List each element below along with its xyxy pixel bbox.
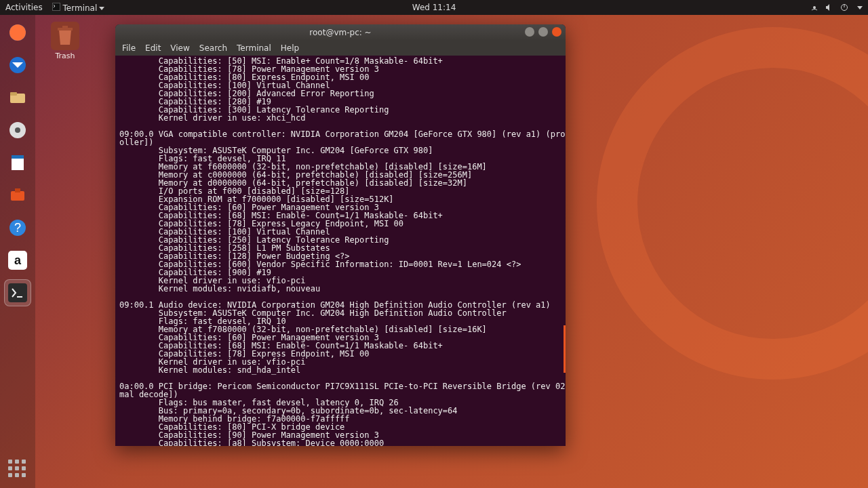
dock-rhythmbox[interactable] bbox=[4, 117, 31, 144]
volume-icon bbox=[825, 3, 833, 12]
terminal-text: Capabilities: [50] MSI: Enable+ Count=1/… bbox=[119, 57, 561, 446]
svg-rect-13 bbox=[11, 191, 24, 201]
terminal-window: root@vm-pc: ~ FileEditViewSearchTerminal… bbox=[115, 24, 566, 446]
svg-point-2 bbox=[813, 6, 816, 9]
svg-point-10 bbox=[15, 127, 20, 133]
system-status-area[interactable] bbox=[810, 3, 863, 12]
window-close-button[interactable] bbox=[552, 27, 561, 37]
dock: ?a bbox=[0, 15, 35, 488]
svg-text:a: a bbox=[14, 253, 22, 267]
menu-view[interactable]: View bbox=[170, 43, 189, 53]
terminal-icon bbox=[52, 3, 60, 11]
trash-desktop-icon[interactable]: Trash bbox=[45, 22, 85, 60]
dock-libreoffice-writer[interactable] bbox=[4, 149, 31, 176]
help-icon: ? bbox=[8, 218, 27, 237]
menu-terminal[interactable]: Terminal bbox=[237, 43, 271, 53]
chevron-down-icon bbox=[99, 7, 104, 10]
power-icon bbox=[840, 3, 848, 12]
dock-help[interactable]: ? bbox=[4, 214, 31, 241]
trash-icon bbox=[51, 22, 79, 50]
app-menu-label: Terminal bbox=[63, 3, 98, 13]
terminal-icon bbox=[8, 283, 27, 302]
libreoffice-writer-icon bbox=[8, 153, 27, 172]
activities-button[interactable]: Activities bbox=[5, 3, 43, 12]
amazon-icon: a bbox=[8, 251, 27, 270]
ubuntu-software-icon bbox=[8, 186, 27, 205]
window-minimize-button[interactable] bbox=[525, 27, 534, 37]
svg-rect-22 bbox=[62, 26, 68, 28]
dock-terminal[interactable] bbox=[4, 279, 31, 306]
menu-file[interactable]: File bbox=[122, 43, 136, 53]
rhythmbox-icon bbox=[8, 121, 27, 140]
files-icon bbox=[8, 88, 27, 107]
top-bar: Activities Terminal Wed 11:14 bbox=[0, 0, 868, 15]
window-titlebar[interactable]: root@vm-pc: ~ bbox=[115, 24, 566, 41]
trash-label: Trash bbox=[45, 52, 85, 60]
svg-rect-8 bbox=[10, 92, 17, 96]
dock-thunderbird[interactable] bbox=[4, 52, 31, 79]
svg-text:?: ? bbox=[14, 221, 21, 235]
terminal-output[interactable]: Capabilities: [50] MSI: Enable+ Count=1/… bbox=[115, 56, 566, 446]
dock-amazon[interactable]: a bbox=[4, 247, 31, 274]
dock-files[interactable] bbox=[4, 84, 31, 111]
firefox-icon bbox=[8, 23, 27, 42]
menu-help[interactable]: Help bbox=[281, 43, 299, 53]
chevron-down-icon bbox=[857, 6, 863, 9]
scrollbar-thumb[interactable] bbox=[564, 325, 566, 373]
wallpaper-decoration bbox=[597, 27, 868, 380]
menu-edit[interactable]: Edit bbox=[145, 43, 161, 53]
menu-search[interactable]: Search bbox=[199, 43, 227, 53]
dock-firefox[interactable] bbox=[4, 19, 31, 46]
svg-rect-19 bbox=[8, 283, 27, 302]
thunderbird-icon bbox=[8, 56, 27, 75]
network-icon bbox=[810, 3, 818, 12]
svg-rect-14 bbox=[15, 188, 20, 192]
clock[interactable]: Wed 11:14 bbox=[412, 3, 456, 12]
app-menu-button[interactable]: Terminal bbox=[52, 3, 105, 13]
svg-rect-12 bbox=[12, 155, 24, 159]
terminal-menubar: FileEditViewSearchTerminalHelp bbox=[115, 41, 566, 56]
window-maximize-button[interactable] bbox=[538, 27, 548, 37]
window-title: root@vm-pc: ~ bbox=[309, 28, 371, 37]
dock-ubuntu-software[interactable] bbox=[4, 182, 31, 209]
